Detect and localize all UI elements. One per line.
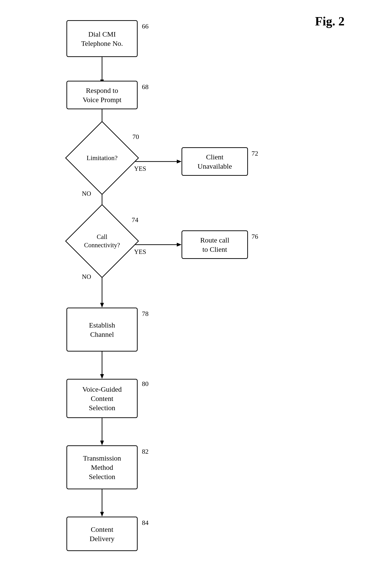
respond-voice-box: Respond toVoice Prompt <box>67 81 138 109</box>
call-connectivity-diamond-shape <box>65 204 139 278</box>
client-unavailable-box: ClientUnavailable <box>182 147 248 176</box>
establish-channel-label: EstablishChannel <box>89 321 115 339</box>
respond-voice-label: Respond toVoice Prompt <box>83 86 122 104</box>
ref-74: 74 <box>132 216 138 224</box>
client-unavailable-label: ClientUnavailable <box>198 152 232 171</box>
establish-channel-box: EstablishChannel <box>67 307 138 351</box>
ref-70: 70 <box>132 133 139 141</box>
limitation-diamond-wrapper: Limitation? <box>76 132 128 184</box>
call-connectivity-yes-label: YES <box>134 248 146 256</box>
content-delivery-box: ContentDelivery <box>67 517 138 551</box>
call-connectivity-diamond-wrapper: CallConnectivity? <box>76 215 128 267</box>
ref-82: 82 <box>142 448 149 455</box>
limitation-diamond: Limitation? <box>76 132 128 184</box>
svg-marker-7 <box>177 160 182 163</box>
svg-marker-15 <box>100 440 104 445</box>
content-delivery-label: ContentDelivery <box>90 525 115 543</box>
flowchart-arrows <box>0 0 392 571</box>
voice-guided-box: Voice-GuidedContentSelection <box>67 379 138 418</box>
limitation-yes-label: YES <box>134 165 146 173</box>
dial-cmi-box: Dial CMITelephone No. <box>67 20 138 57</box>
svg-marker-13 <box>100 374 104 379</box>
ref-66: 66 <box>142 23 149 30</box>
svg-marker-11 <box>177 243 182 247</box>
route-call-label: Route callto Client <box>200 235 229 254</box>
ref-78: 78 <box>142 310 149 318</box>
svg-marker-9 <box>100 303 104 307</box>
svg-marker-17 <box>100 512 104 517</box>
voice-guided-label: Voice-GuidedContentSelection <box>82 384 122 412</box>
call-connectivity-no-label: NO <box>82 273 91 280</box>
dial-cmi-label: Dial CMITelephone No. <box>81 29 123 48</box>
transmission-method-label: TransmissionMethodSelection <box>83 454 121 481</box>
limitation-diamond-shape <box>65 121 139 195</box>
ref-84: 84 <box>142 519 149 527</box>
limitation-no-label: NO <box>82 190 91 197</box>
call-connectivity-diamond: CallConnectivity? <box>76 215 128 267</box>
diagram-container: Fig. 2 Dial CMITelephone No. <box>0 0 392 571</box>
ref-76: 76 <box>252 233 258 240</box>
ref-72: 72 <box>252 150 258 157</box>
ref-68: 68 <box>142 83 149 91</box>
transmission-method-box: TransmissionMethodSelection <box>67 445 138 489</box>
route-call-box: Route callto Client <box>182 230 248 259</box>
figure-label: Fig. 2 <box>315 14 345 28</box>
ref-80: 80 <box>142 380 149 388</box>
